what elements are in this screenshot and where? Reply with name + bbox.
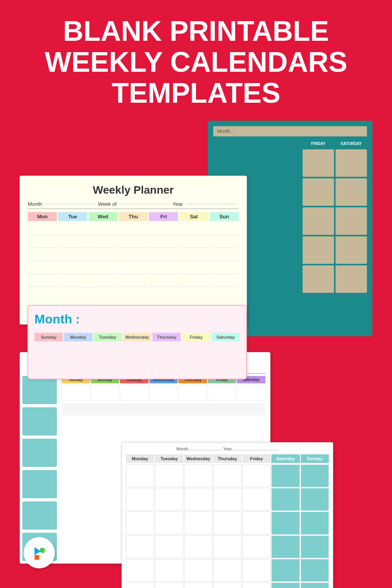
month-grid-body bbox=[126, 465, 329, 588]
planner-cell bbox=[149, 223, 178, 235]
pink-day-sunday: Sunday bbox=[34, 333, 63, 341]
weekly-line bbox=[62, 413, 265, 414]
month-cell bbox=[155, 488, 183, 511]
planner-cell bbox=[119, 275, 148, 287]
month-cell-teal bbox=[301, 583, 329, 588]
weekly-left-cell bbox=[22, 501, 57, 530]
month-cell-teal bbox=[271, 583, 299, 588]
pink-day-saturday: Saturday bbox=[212, 333, 240, 341]
pink-day-friday: Friday bbox=[182, 333, 210, 341]
weekly-line bbox=[62, 407, 265, 407]
month-cell-teal bbox=[271, 465, 299, 487]
planner-cell bbox=[89, 223, 118, 235]
weekly-cell bbox=[149, 385, 178, 401]
teal-cell bbox=[303, 265, 334, 293]
weekly-line bbox=[62, 412, 265, 412]
month-cell bbox=[155, 465, 183, 487]
weekly-grid bbox=[62, 385, 265, 401]
planner-days-header: Mon Tue Wed Thu Fri Sat Sun bbox=[28, 212, 239, 221]
month-cell-teal bbox=[271, 488, 299, 511]
planner-cell bbox=[149, 236, 178, 248]
planner-cell bbox=[58, 236, 87, 248]
month-grid-header: Monday Tuesday Wednesday Thursday Friday… bbox=[126, 454, 329, 463]
month-cell-teal bbox=[301, 512, 329, 534]
weekly-line bbox=[62, 415, 265, 415]
month-cell-teal bbox=[301, 488, 329, 511]
teal-cell bbox=[336, 178, 367, 206]
planner-day-sat: Sat bbox=[179, 212, 208, 221]
planner-cell bbox=[179, 262, 208, 274]
svg-rect-1 bbox=[34, 555, 39, 560]
planner-day-wed: Wed bbox=[89, 212, 118, 221]
planner-cell bbox=[119, 249, 148, 261]
month-line bbox=[46, 204, 96, 204]
month-cell bbox=[213, 465, 241, 487]
month-cell bbox=[184, 465, 212, 487]
weekly-line bbox=[62, 405, 265, 406]
planner-cell bbox=[119, 236, 148, 248]
planner-cell bbox=[149, 249, 178, 261]
planner-cell bbox=[58, 249, 87, 261]
page-title: BLANK PRINTABLE WEEKLY CALENDARS TEMPLAT… bbox=[0, 0, 392, 121]
weekly-cell bbox=[237, 385, 265, 401]
planner-cell bbox=[210, 249, 239, 261]
month-cell bbox=[242, 559, 270, 582]
planner-cell bbox=[179, 223, 208, 235]
planner-cell bbox=[210, 262, 239, 274]
planner-cell bbox=[89, 275, 118, 287]
month-cell bbox=[213, 559, 241, 582]
planner-cell bbox=[119, 262, 148, 274]
month-cell bbox=[213, 512, 241, 534]
teal-cell bbox=[336, 149, 367, 177]
weekly-below-lines bbox=[62, 404, 265, 415]
month-cell bbox=[126, 488, 154, 511]
teal-cell bbox=[303, 178, 334, 206]
weekly-cell bbox=[178, 385, 207, 401]
teal-col-friday bbox=[303, 149, 334, 293]
planner-cell bbox=[58, 223, 87, 235]
weekly-left-boxes bbox=[20, 352, 59, 563]
month-cell bbox=[242, 488, 270, 511]
planner-cell bbox=[210, 275, 239, 287]
weekly-line bbox=[62, 410, 265, 410]
planner-day-fri: Fri bbox=[149, 212, 178, 221]
card-month-grid: Month............................ Year..… bbox=[122, 442, 333, 588]
planner-cell bbox=[119, 223, 148, 235]
planner-grid bbox=[28, 223, 239, 287]
weekly-cell bbox=[120, 385, 149, 401]
planner-cell bbox=[58, 262, 87, 274]
month-cell bbox=[155, 512, 183, 534]
weekly-left-cell bbox=[22, 439, 57, 467]
month-hdr-saturday: Saturday bbox=[271, 454, 299, 463]
weekly-cell bbox=[62, 385, 90, 401]
pink-day-wednesday: Wednesday bbox=[123, 333, 151, 341]
month-hdr-monday: Monday bbox=[126, 454, 154, 463]
month-cell bbox=[155, 583, 183, 588]
pink-month-title: Month : bbox=[34, 312, 240, 327]
month-cell bbox=[155, 535, 183, 558]
svg-rect-2 bbox=[40, 548, 45, 554]
planner-cell bbox=[179, 236, 208, 248]
teal-cell bbox=[303, 236, 334, 264]
month-cell bbox=[242, 583, 270, 588]
teal-cell bbox=[336, 207, 367, 235]
planner-cell bbox=[28, 249, 57, 261]
planner-cell bbox=[28, 262, 57, 274]
month-hdr-thursday: Thursday bbox=[213, 454, 241, 463]
month-cell bbox=[184, 559, 212, 582]
planner-cell bbox=[28, 275, 57, 287]
teal-cell bbox=[336, 236, 367, 264]
month-cell bbox=[242, 535, 270, 558]
logo-icon bbox=[31, 544, 48, 561]
pink-day-monday: Monday bbox=[64, 333, 92, 341]
month-cell-teal bbox=[301, 559, 329, 582]
planner-title: Weekly Planner bbox=[28, 184, 239, 196]
month-cell bbox=[155, 559, 183, 582]
month-label: Month bbox=[28, 201, 42, 207]
weekly-left-cell bbox=[22, 470, 57, 498]
planner-cell bbox=[179, 275, 208, 287]
planner-day-sun: Sun bbox=[210, 212, 239, 221]
teal-card-month-header: Month : bbox=[213, 126, 367, 136]
month-hdr-friday: Friday bbox=[242, 454, 270, 463]
weekly-line bbox=[62, 408, 265, 409]
